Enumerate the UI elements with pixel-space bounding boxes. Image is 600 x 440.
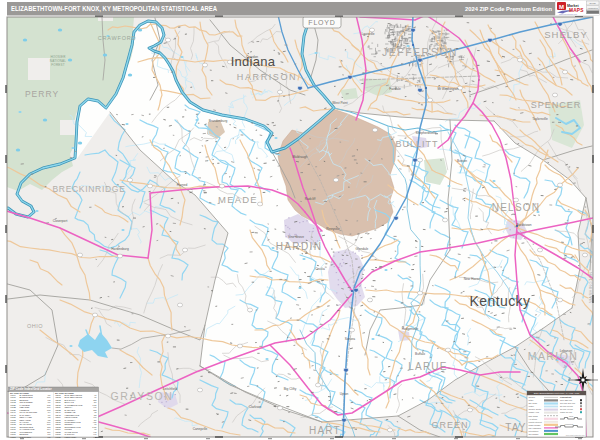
svg-text:GRAYSON: GRAYSON: [111, 390, 174, 402]
svg-text:HARDIN: HARDIN: [276, 241, 323, 252]
svg-text:Population: Population: [560, 396, 572, 398]
svg-text:Clarkson: Clarkson: [249, 405, 262, 409]
svg-text:Glendale: Glendale: [356, 247, 369, 251]
svg-text:LARUE: LARUE: [408, 361, 447, 372]
svg-text:CRAWFORD: CRAWFORD: [98, 35, 137, 41]
svg-text:Miles: Miles: [569, 415, 573, 417]
svg-text:PERRY: PERRY: [25, 89, 59, 99]
svg-text:BRECKINRIDGE: BRECKINRIDGE: [52, 184, 125, 194]
svg-text:NELSON: NELSON: [492, 202, 540, 213]
svg-text:West Point: West Point: [332, 101, 347, 105]
svg-text:Corydon: Corydon: [246, 55, 258, 59]
svg-text:Cecilia: Cecilia: [315, 267, 325, 271]
svg-text:Interstates: Interstates: [529, 430, 539, 432]
svg-text:24x36: 24x36: [590, 2, 597, 4]
svg-text:WASHINGTON: WASHINGTON: [588, 271, 593, 302]
svg-text:FLOYD: FLOYD: [308, 19, 335, 26]
svg-text:Caneyville: Caneyville: [193, 427, 208, 431]
svg-text:40115: 40115: [10, 436, 16, 438]
svg-text:County Seats: County Seats: [529, 408, 541, 410]
svg-text:Boston: Boston: [457, 159, 467, 163]
svg-text:SHELBY: SHELBY: [544, 29, 588, 40]
svg-text:Rail Road: Rail Road: [529, 415, 539, 417]
svg-text:GREEN: GREEN: [431, 420, 468, 430]
svg-text:FOREST: FOREST: [51, 63, 64, 67]
svg-text:Copyright MarketMAPS: Copyright MarketMAPS: [566, 434, 586, 436]
svg-text:Laminated: Laminated: [588, 7, 599, 9]
svg-text:www.marketmaps.com: www.marketmaps.com: [559, 13, 578, 15]
svg-text:40121: 40121: [55, 436, 62, 438]
svg-text:Upton: Upton: [340, 392, 349, 396]
svg-text:Toll Roads: Toll Roads: [529, 433, 539, 435]
svg-text:2024 ZIP Code Premium Edition: 2024 ZIP Code Premium Edition: [465, 6, 552, 12]
svg-text:State: State: [529, 399, 535, 401]
svg-text:Kentucky: Kentucky: [470, 293, 531, 309]
svg-text:Fairdale: Fairdale: [389, 87, 401, 91]
svg-text:Rineyville: Rineyville: [326, 227, 340, 231]
svg-text:JEFFERSON: JEFFERSON: [382, 46, 458, 58]
svg-text:Radcliff: Radcliff: [305, 197, 316, 201]
svg-text:SPENCER: SPENCER: [531, 100, 582, 110]
svg-text:Mt Washington: Mt Washington: [437, 87, 458, 91]
svg-text:Taylorsville: Taylorsville: [532, 117, 548, 121]
svg-text:Buffalo: Buffalo: [415, 352, 425, 356]
svg-text:US Highways: US Highways: [529, 427, 541, 429]
svg-text:County: County: [529, 396, 537, 398]
svg-text:Air Strips: Air Strips: [529, 418, 537, 420]
svg-text:Shepherdsville: Shepherdsville: [416, 131, 437, 135]
svg-text:MEADE: MEADE: [218, 194, 258, 205]
svg-text:New Haven: New Haven: [464, 277, 481, 281]
svg-text:Cloverport: Cloverport: [53, 219, 68, 223]
svg-text:Big Clifty: Big Clifty: [284, 387, 297, 391]
svg-text:Major Roads: Major Roads: [529, 424, 541, 426]
svg-text:Harned: Harned: [177, 183, 188, 187]
svg-text:Muldraugh: Muldraugh: [292, 155, 307, 159]
svg-text:Points Interest: Points Interest: [529, 421, 543, 423]
svg-text:Hardinsburg: Hardinsburg: [111, 247, 129, 251]
svg-text:CLERMONT: CLERMONT: [20, 436, 32, 438]
svg-text:ZIP Code: ZIP Code: [529, 402, 539, 404]
svg-text:Kilometers: Kilometers: [565, 423, 574, 425]
svg-text:Sonora: Sonora: [345, 337, 356, 341]
svg-text:Bardstown: Bardstown: [516, 223, 531, 227]
svg-text:FORT KNOX: FORT KNOX: [65, 436, 78, 438]
svg-text:M: M: [559, 4, 564, 10]
svg-text:HART: HART: [309, 425, 341, 436]
svg-text:Water: Water: [529, 405, 535, 407]
svg-text:Leitchfield: Leitchfield: [163, 387, 178, 391]
svg-text:HARRISON: HARRISON: [237, 72, 297, 82]
svg-text:Urban Area: Urban Area: [529, 411, 540, 413]
svg-text:Louisville: Louisville: [361, 32, 374, 36]
svg-text:Vine Grove: Vine Grove: [288, 235, 304, 239]
svg-text:Lebanon: Lebanon: [560, 349, 573, 353]
svg-text:OHIO: OHIO: [27, 323, 43, 329]
svg-text:Brandenburg: Brandenburg: [209, 119, 228, 123]
svg-text:BULLITT: BULLITT: [395, 139, 438, 149]
svg-text:Hodgenville: Hodgenville: [402, 327, 419, 331]
svg-text:ELIZABETHTOWN-FORT KNOX, KY ME: ELIZABETHTOWN-FORT KNOX, KY METROPOLITAN…: [11, 5, 217, 13]
